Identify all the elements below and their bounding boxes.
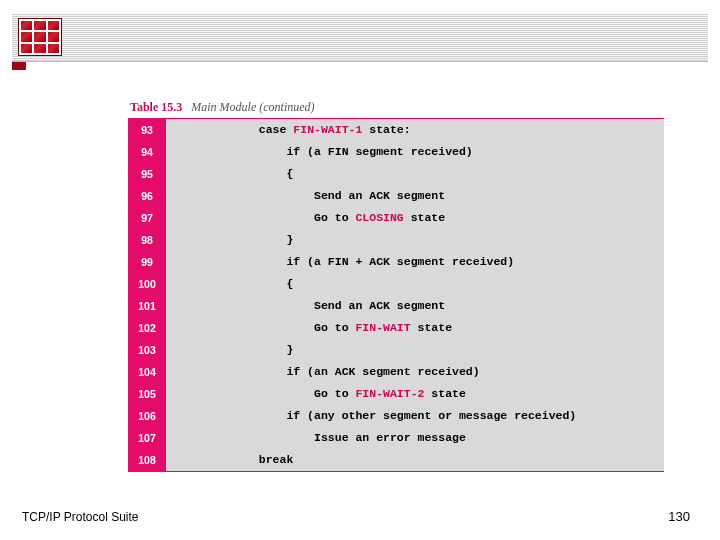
line-number: 104: [128, 361, 166, 383]
line-number: 107: [128, 427, 166, 449]
header-band: [12, 14, 708, 62]
table-row: 106 if (any other segment or message rec…: [128, 405, 664, 427]
table-row: 104 if (an ACK segment received): [128, 361, 664, 383]
line-number: 93: [128, 119, 166, 141]
code-cell: Go to FIN-WAIT state: [166, 317, 664, 339]
table-row: 101 Send an ACK segment: [128, 295, 664, 317]
caption-label: Table 15.3: [130, 100, 182, 114]
table-row: 94 if (a FIN segment received): [128, 141, 664, 163]
code-cell: Send an ACK segment: [166, 185, 664, 207]
table-row: 107 Issue an error message: [128, 427, 664, 449]
code-cell: if (a FIN segment received): [166, 141, 664, 163]
code-cell: if (a FIN + ACK segment received): [166, 251, 664, 273]
table-row: 99 if (a FIN + ACK segment received): [128, 251, 664, 273]
line-number: 106: [128, 405, 166, 427]
code-cell: Go to CLOSING state: [166, 207, 664, 229]
line-number: 102: [128, 317, 166, 339]
line-number: 101: [128, 295, 166, 317]
line-number: 100: [128, 273, 166, 295]
footer-text: TCP/IP Protocol Suite: [22, 510, 139, 524]
line-number: 103: [128, 339, 166, 361]
code-cell: Issue an error message: [166, 427, 664, 449]
line-number: 108: [128, 449, 166, 471]
code-cell: if (any other segment or message receive…: [166, 405, 664, 427]
table-row: 103 }: [128, 339, 664, 361]
code-cell: {: [166, 163, 664, 185]
caption-title: Main Module (continued): [191, 100, 314, 114]
table-row: 95 {: [128, 163, 664, 185]
table-caption: Table 15.3 Main Module (continued): [130, 100, 315, 115]
logo-grid-icon: [18, 18, 62, 56]
table-row: 102 Go to FIN-WAIT state: [128, 317, 664, 339]
line-number: 105: [128, 383, 166, 405]
page-number: 130: [668, 509, 690, 524]
corner-accent: [12, 62, 26, 70]
code-cell: }: [166, 339, 664, 361]
line-number: 98: [128, 229, 166, 251]
line-number: 95: [128, 163, 166, 185]
code-cell: case FIN-WAIT-1 state:: [166, 119, 664, 141]
code-cell: Go to FIN-WAIT-2 state: [166, 383, 664, 405]
line-number: 96: [128, 185, 166, 207]
code-table: 93 case FIN-WAIT-1 state:94 if (a FIN se…: [128, 118, 664, 472]
table-row: 105 Go to FIN-WAIT-2 state: [128, 383, 664, 405]
line-number: 94: [128, 141, 166, 163]
table-row: 100 {: [128, 273, 664, 295]
code-cell: }: [166, 229, 664, 251]
line-number: 99: [128, 251, 166, 273]
code-cell: if (an ACK segment received): [166, 361, 664, 383]
table-row: 97 Go to CLOSING state: [128, 207, 664, 229]
table-row: 96 Send an ACK segment: [128, 185, 664, 207]
table-row: 93 case FIN-WAIT-1 state:: [128, 119, 664, 141]
line-number: 97: [128, 207, 166, 229]
code-cell: Send an ACK segment: [166, 295, 664, 317]
table-row: 108 break: [128, 449, 664, 471]
code-cell: break: [166, 449, 664, 471]
code-cell: {: [166, 273, 664, 295]
table-row: 98 }: [128, 229, 664, 251]
